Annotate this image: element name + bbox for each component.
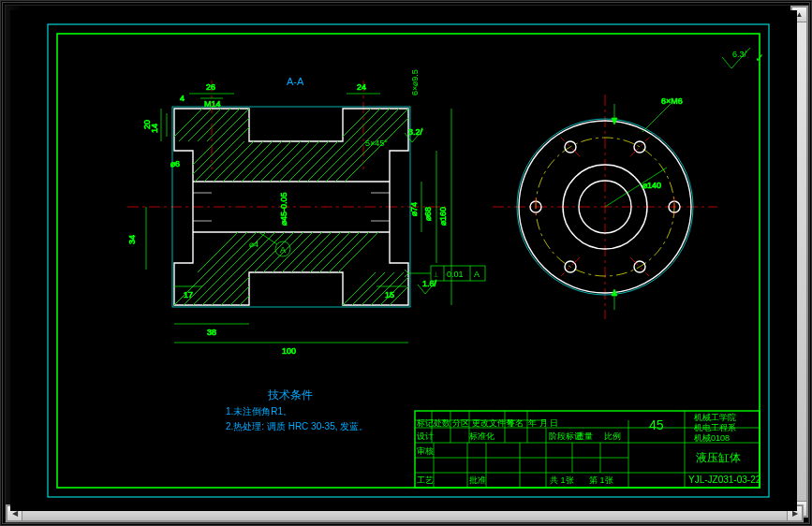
svg-text:⌀6: ⌀6 [170,159,180,168]
svg-text:⌀160: ⌀160 [438,207,448,226]
svg-text:处数: 处数 [434,418,450,428]
general-roughness-symbol: 6.3/ ✓ [722,48,764,68]
geo-tolerance-frame: ⟂ 0.01 A [405,266,485,281]
material: 45 [649,417,664,432]
left-section-view: 26 M14 4 24 20 14 ⌀6 34 [127,69,485,356]
svg-line-20 [230,99,333,202]
svg-text:机械0108: 机械0108 [694,433,730,443]
svg-text:机械工学院: 机械工学院 [694,413,736,422]
svg-line-17 [202,99,305,202]
cad-drawing-svg: 6.3/ ✓ A-A [10,10,797,511]
svg-text:0.01: 0.01 [447,270,464,279]
svg-text:14: 14 [150,124,159,133]
svg-line-19 [221,99,324,202]
svg-text:年 月 日: 年 月 日 [528,418,558,428]
svg-text:100: 100 [282,346,296,356]
svg-text:重量: 重量 [576,431,593,441]
svg-text:34: 34 [127,235,137,244]
roughness-main: 6.3/ [732,50,747,59]
svg-text:批准: 批准 [469,475,486,485]
title-block: 标记 处数 分区 更改文件号 签名 年 月 日 设计 标准化 阶段标记 重量 比… [415,411,761,488]
svg-text:A: A [280,245,286,255]
drawing-number: YJL-JZ031-03-22 [688,475,761,485]
svg-text:6×⌀9.5: 6×⌀9.5 [410,69,420,95]
svg-line-147 [642,104,671,132]
part-name: 液压缸体 [696,451,741,464]
svg-text:分区: 分区 [452,418,469,428]
svg-text:✓: ✓ [755,51,764,65]
section-label: A-A [287,76,304,87]
svg-text:26: 26 [206,82,215,92]
svg-text:17: 17 [184,290,193,300]
svg-text:标记: 标记 [416,418,434,428]
window-inner: ▲ ▼ ◀ ▶ [2,2,810,524]
svg-text:审核: 审核 [417,446,434,456]
tech-notes-line2: 2.热处理: 调质 HRC 30-35, 发蓝。 [226,421,368,431]
svg-line-15 [184,99,287,202]
svg-text:3.2/: 3.2/ [408,127,423,137]
svg-text:比例: 比例 [604,431,621,441]
cad-viewport[interactable]: ▲ ▼ ◀ ▶ [0,0,812,526]
svg-text:⌀45-0.05: ⌀45-0.05 [279,192,288,226]
svg-text:机电工程系: 机电工程系 [694,423,736,432]
svg-text:5×45°: 5×45° [365,139,388,148]
svg-text:⟂: ⟂ [434,270,439,279]
svg-text:1.6/: 1.6/ [422,279,437,288]
svg-line-24 [268,99,371,202]
svg-text:15: 15 [385,290,394,300]
window-frame: ▲ ▼ ◀ ▶ [0,0,812,526]
svg-line-16 [193,99,296,202]
svg-text:标准化: 标准化 [468,431,495,441]
svg-line-21 [240,99,343,202]
svg-text:设计: 设计 [417,431,434,441]
svg-line-111 [258,232,277,244]
svg-line-50 [146,99,221,174]
svg-line-18 [212,99,315,202]
svg-text:24: 24 [357,82,366,92]
svg-line-30 [324,99,427,202]
svg-line-42 [249,202,362,314]
svg-text:工艺: 工艺 [417,475,434,485]
svg-text:⌀140: ⌀140 [642,181,661,190]
tech-notes: 技术条件 1.未注倒角R1。 2.热处理: 调质 HRC 30-35, 发蓝。 [226,388,368,431]
window-inner2: ▲ ▼ ◀ ▶ [5,5,809,523]
svg-text:⌀74: ⌀74 [409,202,419,216]
svg-text:⌀68: ⌀68 [423,207,433,221]
drawing-area[interactable]: 6.3/ ✓ A-A [10,10,797,511]
svg-line-45 [277,202,390,314]
svg-text:M14: M14 [204,99,221,109]
svg-text:A: A [474,270,480,279]
svg-line-22 [249,99,352,202]
tech-notes-line1: 1.未注倒角R1。 [226,406,292,416]
svg-line-41 [240,202,352,314]
svg-text:⌀4: ⌀4 [249,240,258,249]
svg-text:4: 4 [180,94,185,103]
right-flange-view: ⌀140 6×M6 [493,95,717,319]
svg-text:共 1张: 共 1张 [550,475,574,485]
tech-notes-title: 技术条件 [267,388,313,402]
svg-text:第 1张: 第 1张 [589,475,613,485]
svg-text:签名: 签名 [507,418,524,428]
svg-text:38: 38 [207,328,216,337]
svg-text:6×M6: 6×M6 [661,96,683,106]
svg-line-43 [258,202,371,314]
svg-line-23 [258,99,362,202]
